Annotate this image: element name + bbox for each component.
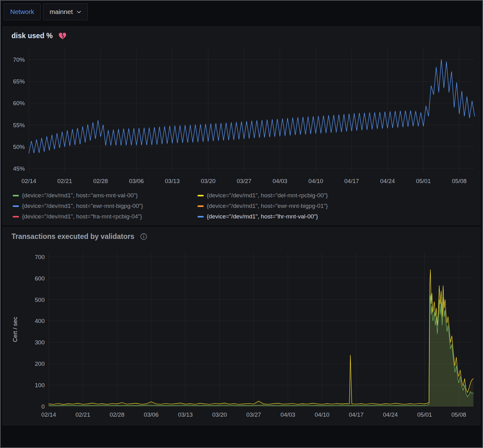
disk-used-chart[interactable]: 45%50%55%60%65%70%02/1402/2102/2803/0603… bbox=[3, 41, 477, 187]
tx-panel-title[interactable]: Transactions executed by validators bbox=[11, 232, 134, 241]
legend-item-4[interactable]: {device="/dev/md1", host="ewr-mnt-bigpg-… bbox=[197, 203, 480, 209]
y-tick-label: 200 bbox=[35, 361, 45, 367]
legend-series-swatch bbox=[197, 216, 204, 217]
transactions-panel: Transactions executed by validators 0100… bbox=[2, 227, 481, 425]
x-tick-label: 03/20 bbox=[212, 411, 227, 418]
y-tick-label: 600 bbox=[35, 275, 45, 282]
legend-series-swatch bbox=[197, 195, 204, 196]
y-tick-label: 45% bbox=[13, 165, 25, 172]
x-tick-label: 02/21 bbox=[57, 178, 72, 184]
x-tick-label: 04/03 bbox=[273, 178, 287, 184]
chevron-down-icon bbox=[77, 10, 81, 14]
legend-item-2[interactable]: {device="/dev/md1", host="del-mnt-rpcbig… bbox=[197, 192, 480, 199]
legend-item-6[interactable]: {device="/dev/md1", host="lhr-mnt-val-00… bbox=[197, 213, 480, 220]
legend-series-swatch bbox=[13, 195, 19, 196]
x-tick-label: 02/28 bbox=[93, 178, 108, 184]
y-tick-label: 400 bbox=[35, 318, 45, 324]
legend-series-label: {device="/dev/md1", host="ams-mnt-val-00… bbox=[22, 192, 138, 199]
x-tick-label: 02/21 bbox=[75, 411, 90, 418]
x-tick-label: 03/27 bbox=[237, 178, 251, 184]
legend-series-label: {device="/dev/md1", host="del-mnt-rpcbig… bbox=[207, 192, 328, 199]
legend-series-swatch bbox=[13, 216, 19, 217]
legend-series-label: {device="/dev/md1", host="ewr-mnt-bigpg-… bbox=[22, 203, 143, 209]
x-tick-label: 04/24 bbox=[380, 178, 395, 184]
x-tick-label: 03/06 bbox=[144, 411, 159, 418]
legend-series-swatch bbox=[197, 205, 204, 207]
x-tick-label: 05/01 bbox=[416, 178, 431, 184]
x-tick-label: 04/10 bbox=[315, 411, 330, 418]
y-tick-label: 50% bbox=[13, 144, 25, 150]
broken-heart-icon bbox=[58, 32, 67, 40]
y-tick-label: 60% bbox=[13, 100, 25, 106]
dashboard-topbar: Network mainnet bbox=[1, 1, 482, 26]
network-variable-label: Network bbox=[4, 3, 41, 20]
y-tick-label: 100 bbox=[35, 382, 45, 388]
y-tick-label: 0 bbox=[41, 403, 45, 410]
legend-series-swatch bbox=[13, 205, 19, 207]
y-tick-label: 500 bbox=[35, 297, 45, 303]
y-tick-label: 700 bbox=[35, 254, 45, 260]
legend-item-1[interactable]: {device="/dev/md1", host="ams-mnt-val-00… bbox=[13, 192, 197, 199]
network-variable-label-text: Network bbox=[10, 8, 34, 16]
info-icon[interactable] bbox=[140, 233, 148, 240]
network-variable-value: mainnet bbox=[50, 8, 73, 16]
series-line-series-green bbox=[49, 295, 473, 405]
series-line-{device="/dev/md1", host="lhr-mnt-val-00"} bbox=[29, 60, 475, 153]
disk-chart-legend: {device="/dev/md1", host="ams-mnt-val-00… bbox=[3, 188, 480, 225]
disk-panel-header: disk used % bbox=[3, 27, 480, 41]
x-tick-label: 04/17 bbox=[344, 178, 359, 184]
series-line-series-yellow bbox=[49, 270, 473, 405]
series-area-series-green bbox=[49, 295, 473, 406]
legend-item-5[interactable]: {device="/dev/md1", host="fra-mnt-rpcbig… bbox=[13, 213, 197, 220]
x-tick-label: 04/10 bbox=[308, 178, 323, 184]
legend-series-label: {device="/dev/md1", host="lhr-mnt-val-00… bbox=[207, 213, 318, 220]
x-tick-label: 03/13 bbox=[178, 411, 193, 418]
x-tick-label: 03/13 bbox=[165, 178, 180, 184]
x-tick-label: 03/06 bbox=[129, 178, 144, 184]
y-tick-label: 55% bbox=[13, 122, 25, 128]
legend-series-label: {device="/dev/md1", host="fra-mnt-rpcbig… bbox=[22, 213, 142, 220]
x-tick-label: 04/24 bbox=[383, 411, 398, 418]
x-tick-label: 05/08 bbox=[452, 178, 467, 184]
legend-item-3[interactable]: {device="/dev/md1", host="ewr-mnt-bigpg-… bbox=[13, 203, 197, 209]
y-tick-label: 65% bbox=[13, 78, 25, 85]
series-area-series-yellow bbox=[49, 270, 473, 406]
x-tick-label: 02/28 bbox=[110, 411, 125, 418]
tx-panel-header: Transactions executed by validators bbox=[3, 227, 480, 242]
network-variable-dropdown[interactable]: mainnet bbox=[43, 3, 88, 20]
x-tick-label: 03/27 bbox=[246, 411, 261, 418]
y-tick-label: 300 bbox=[35, 339, 45, 346]
disk-used-panel: disk used % 45%50%55%60%65%70%02/1402/21… bbox=[2, 26, 481, 225]
x-tick-label: 04/03 bbox=[281, 411, 295, 418]
y-tick-label: 70% bbox=[13, 56, 25, 63]
x-tick-label: 03/20 bbox=[201, 178, 216, 184]
y-axis-title: Cert / sec bbox=[12, 317, 18, 342]
legend-series-label: {device="/dev/md1", host="ewr-mnt-bigpg-… bbox=[207, 203, 328, 209]
x-tick-label: 05/08 bbox=[451, 411, 466, 418]
transactions-chart[interactable]: 010020030040050060070002/1402/2102/2803/… bbox=[3, 242, 477, 424]
x-tick-label: 04/17 bbox=[349, 411, 364, 418]
x-tick-label: 02/14 bbox=[41, 411, 56, 418]
x-tick-label: 02/14 bbox=[21, 178, 36, 184]
disk-panel-title[interactable]: disk used % bbox=[11, 32, 53, 40]
x-tick-label: 05/01 bbox=[417, 411, 432, 418]
